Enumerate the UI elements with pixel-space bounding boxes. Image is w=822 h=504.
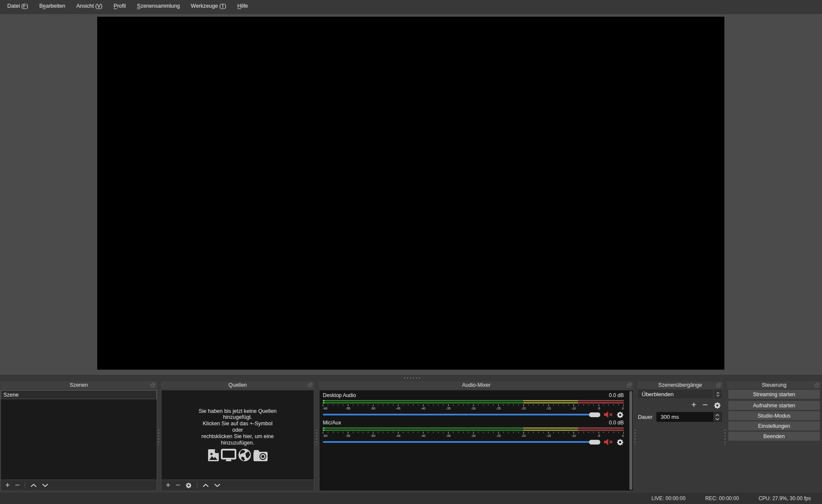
transitions-dock-title: Szenenübergänge [658, 382, 702, 388]
slider-handle[interactable] [589, 412, 600, 417]
rec-time: REC: 00:00:00 [705, 495, 739, 501]
meter-tick-label: -15 [546, 406, 551, 410]
scene-transitions-dock: Szenenübergänge Überblenden + − Dauer 30… [637, 381, 723, 493]
move-source-up-button[interactable] [203, 483, 209, 487]
channel-settings-gear-icon[interactable] [616, 411, 624, 418]
transition-select[interactable]: Überblenden [638, 390, 713, 398]
menu-help[interactable]: Hilfe [232, 3, 253, 9]
scenes-list: Szene + − [0, 390, 157, 491]
move-scene-up-button[interactable] [30, 483, 37, 487]
detach-dock-icon[interactable] [717, 383, 721, 387]
spinner-chevrons-icon [716, 391, 720, 397]
meter-tick-label: -55 [345, 434, 350, 438]
channel-volume-db: 0.0 dB [609, 420, 624, 426]
exit-button[interactable]: Beenden [728, 432, 820, 441]
slider-track [323, 441, 600, 443]
display-source-icon [221, 449, 236, 462]
mixer-body: Desktop Audio 0.0 dB -60-55-50-45-40-35-… [319, 390, 634, 491]
duration-label: Dauer [638, 414, 652, 420]
detach-dock-icon[interactable] [151, 383, 155, 387]
detach-dock-icon[interactable] [815, 383, 819, 387]
menu-view[interactable]: Ansicht (V) [71, 3, 108, 9]
sources-list[interactable]: Sie haben bis jetzt keine Quellen hinzug… [161, 390, 314, 491]
controls-dock-header[interactable]: Steuerung [727, 381, 821, 389]
mixer-dock-header[interactable]: Audio-Mixer [319, 381, 634, 389]
slider-handle[interactable] [589, 440, 600, 445]
mute-speaker-icon[interactable] [604, 411, 613, 418]
remove-scene-button[interactable]: − [15, 481, 20, 489]
meter-tick-label: -25 [496, 406, 501, 410]
spin-up-icon[interactable] [715, 414, 720, 417]
obs-window: Datei (F) Bearbeiten Ansicht (V) Profil … [0, 0, 822, 504]
remove-transition-button[interactable]: − [703, 400, 708, 409]
menu-profile[interactable]: Profil [108, 3, 131, 9]
menu-edit[interactable]: Bearbeiten [34, 3, 71, 9]
move-scene-down-button[interactable] [42, 483, 48, 487]
menu-bar: Datei (F) Bearbeiten Ansicht (V) Profil … [0, 0, 822, 12]
sources-dock-header[interactable]: Quellen [161, 381, 314, 389]
volume-slider[interactable] [323, 439, 600, 445]
meter-tick-label: -60 [323, 406, 328, 410]
meter-tick-label: -5 [597, 406, 600, 410]
transition-properties-gear-icon[interactable] [714, 402, 721, 409]
add-source-button[interactable]: + [166, 481, 170, 489]
sources-toolbar: + − [161, 480, 314, 491]
transitions-dock-header[interactable]: Szenenübergänge [637, 381, 723, 389]
sources-dock-title: Quellen [228, 382, 247, 388]
dock-splitter[interactable] [634, 430, 636, 445]
meter-tick-label: -60 [323, 434, 328, 438]
remove-source-button[interactable]: − [176, 481, 180, 489]
studio-mode-button[interactable]: Studio-Modus [728, 411, 820, 420]
audio-mixer-dock: Audio-Mixer Desktop Audio 0.0 dB -60-55-… [319, 381, 634, 493]
volume-meter: -60-55-50-45-40-35-30-25-20-15-10-50 [323, 400, 624, 410]
meter-tick-label: -30 [471, 406, 476, 410]
scenes-toolbar: + − [1, 480, 157, 491]
slider-track [323, 414, 600, 415]
detach-dock-icon[interactable] [627, 383, 631, 387]
scenes-dock-header[interactable]: Szenen [0, 381, 157, 389]
menu-scene-collection[interactable]: Szenensammlung [131, 3, 185, 9]
volume-slider[interactable] [323, 412, 600, 418]
meter-tick-label: -15 [546, 434, 551, 438]
controls-dock-title: Steuerung [762, 382, 786, 388]
horizontal-splitter[interactable] [0, 375, 822, 381]
volume-meter: -60-55-50-45-40-35-30-25-20-15-10-50 [323, 427, 624, 437]
settings-button[interactable]: Einstellungen [728, 421, 820, 430]
toolbar-separator [197, 482, 197, 489]
mute-speaker-icon[interactable] [604, 439, 613, 445]
duration-spinbox[interactable]: 300 ms [656, 412, 722, 422]
splitter-grip-icon [404, 377, 421, 379]
preview-canvas[interactable] [97, 17, 724, 370]
scene-list-item[interactable]: Szene [1, 390, 157, 399]
menu-file[interactable]: Datei (F) [2, 3, 34, 9]
spin-down-icon[interactable] [715, 418, 720, 421]
move-source-down-button[interactable] [214, 483, 220, 487]
dock-splitter[interactable] [158, 430, 159, 445]
meter-tick-label: -10 [571, 434, 576, 438]
meter-tick-label: -5 [597, 434, 600, 438]
meter-tick-label: -40 [421, 434, 426, 438]
meter-tick-label: -35 [446, 434, 450, 438]
add-transition-button[interactable]: + [691, 400, 696, 409]
detach-dock-icon[interactable] [308, 383, 312, 387]
camera-source-icon [253, 449, 268, 462]
channel-name: Desktop Audio [323, 392, 356, 398]
transition-select-spinner[interactable] [714, 390, 722, 398]
meter-tick-label: 0 [622, 434, 624, 438]
meter-tick-label: -40 [421, 406, 426, 410]
start-recording-button[interactable]: Aufnahme starten [728, 401, 820, 410]
meter-tick-label: -30 [471, 434, 476, 438]
meter-tick-label: 0 [622, 406, 624, 410]
add-scene-button[interactable]: + [5, 481, 10, 489]
duration-spin-buttons[interactable] [713, 412, 721, 421]
controls-dock: Steuerung Streaming starten Aufnahme sta… [727, 381, 821, 493]
mixer-scrollbar[interactable] [629, 391, 632, 490]
browser-source-icon [238, 448, 251, 462]
mixer-channel-mic-aux: Mic/Aux 0.0 dB -60-55-50-45-40-35-30-25-… [323, 419, 624, 446]
start-streaming-button[interactable]: Streaming starten [728, 390, 820, 399]
channel-settings-gear-icon[interactable] [616, 439, 624, 446]
menu-tools[interactable]: Werkzeuge (T) [185, 3, 232, 9]
source-properties-gear-icon[interactable] [185, 482, 192, 489]
dock-splitter[interactable] [316, 430, 317, 445]
dock-splitter[interactable] [724, 430, 726, 445]
